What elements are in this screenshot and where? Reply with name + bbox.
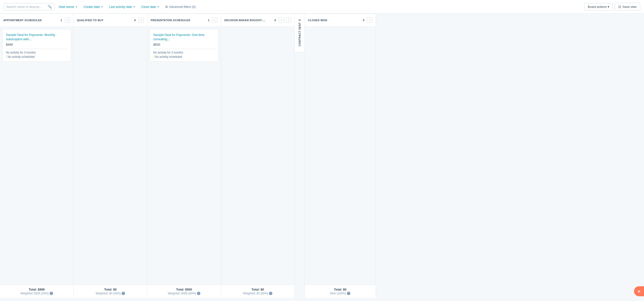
create-date-chevron: ▾: [101, 6, 102, 8]
close-date-label: Close date: [142, 5, 156, 9]
last-activity-date-filter[interactable]: Last activity date ▾: [107, 4, 137, 10]
column-expand-decision-maker-bought[interactable]: ›: [286, 18, 291, 23]
info-icon-2[interactable]: i: [122, 292, 125, 295]
footer-total-qualified-to-buy: Total: $0: [77, 288, 144, 291]
column-header-closed-won: CLOSED WON 0 ‹: [305, 14, 376, 27]
column-body-decision-maker-bought: [221, 27, 294, 284]
create-date-filter[interactable]: Create date ▾: [81, 4, 105, 10]
deal-amount: $999: [6, 43, 68, 46]
column-appointment-scheduled: APPOINTMENT SCHEDULED 1 ‹ Sample Deal fo…: [0, 14, 74, 298]
column-body-qualified-to-buy: [74, 27, 147, 284]
info-icon-4[interactable]: i: [269, 292, 272, 295]
footer-total-appointment-scheduled: Total: $999: [3, 288, 70, 291]
footer-weighted-closed-won: Won (100%) i: [308, 292, 372, 295]
column-header-appointment-scheduled: APPOINTMENT SCHEDULED 1 ‹: [0, 14, 74, 27]
column-qualified-to-buy: QUALIFIED TO BUY 0 ‹ Total: $0 Weighted:…: [74, 14, 147, 298]
column-title-decision-maker-bought: DECISION MAKER BOUGHT-...: [224, 19, 272, 22]
deal-divider: [6, 49, 68, 49]
column-decision-maker-bought: DECISION MAKER BOUGHT-... 0 ‹ › Total: $…: [221, 14, 295, 298]
column-footer-qualified-to-buy: Total: $0 Weighted: $0 (40%) i: [74, 284, 147, 298]
kanban-board: APPOINTMENT SCHEDULED 1 ‹ Sample Deal fo…: [0, 14, 644, 298]
info-icon-3[interactable]: i: [197, 292, 200, 295]
column-presentation-scheduled: PRESENTATION SCHEDULED 1 ‹ Sample Deal f…: [147, 14, 221, 298]
footer-weighted-appointment-scheduled: Weighted: $200 (20%) i: [3, 292, 70, 295]
column-collapse-presentation-scheduled[interactable]: ‹: [212, 18, 218, 23]
column-body-appointment-scheduled: Sample Deal for Payments: Monthly subscr…: [0, 27, 74, 284]
column-closed-won: CLOSED WON 0 ‹ Total: $0 Won (100%) i: [305, 14, 376, 298]
deal-divider-2: [153, 49, 215, 49]
column-title-presentation-scheduled: PRESENTATION SCHEDULED: [151, 19, 206, 22]
column-title-closed-won: CLOSED WON: [308, 19, 361, 22]
deal-no-activity-scheduled: ! No activity scheduled: [6, 55, 68, 59]
weighted-text: Weighted: $200 (20%): [20, 292, 49, 295]
column-header-presentation-scheduled: PRESENTATION SCHEDULED 1 ‹: [147, 14, 221, 27]
column-count-closed-won: 0: [363, 19, 364, 22]
deal-no-activity-scheduled-2: ! No activity scheduled: [153, 55, 215, 59]
footer-total-closed-won: Total: $0: [308, 288, 372, 291]
deal-owner-filter[interactable]: Deal owner ▾: [56, 4, 79, 10]
deal-owner-label: Deal owner: [59, 5, 74, 9]
footer-weighted-qualified-to-buy: Weighted: $0 (40%) i: [77, 292, 144, 295]
column-header-qualified-to-buy: QUALIFIED TO BUY 0 ‹: [74, 14, 147, 27]
advanced-filters-label: Advanced filters (0): [169, 5, 196, 9]
deal-owner-chevron: ▾: [76, 6, 77, 8]
filter-bar: 🔍 Deal owner ▾ Create date ▾ Last activi…: [0, 0, 644, 14]
search-icon: 🔍: [48, 5, 52, 9]
column-footer-appointment-scheduled: Total: $999 Weighted: $200 (20%) i: [0, 284, 74, 298]
save-view-icon: ⊡: [618, 5, 621, 9]
save-view-button[interactable]: ⊡ Save view: [615, 3, 640, 11]
column-header-decision-maker-bought: DECISION MAKER BOUGHT-... 0 ‹ ›: [221, 14, 294, 27]
no-activity-label-2: No activity scheduled: [155, 55, 182, 59]
deal-name: Sample Deal for Payments: Monthly subscr…: [6, 33, 68, 41]
column-count-presentation-scheduled: 1: [208, 19, 209, 22]
column-title-qualified-to-buy: QUALIFIED TO BUY: [77, 19, 132, 22]
footer-total-presentation-scheduled: Total: $500: [151, 288, 218, 291]
deal-card-2[interactable]: Sample Deal for Payments: One-time consu…: [150, 29, 218, 62]
search-input[interactable]: [6, 5, 47, 9]
close-date-filter[interactable]: Close date ▾: [139, 4, 161, 10]
board-actions-label: Board actions: [588, 5, 607, 9]
column-footer-presentation-scheduled: Total: $500 Weighted: $300 (60%) i: [147, 284, 221, 298]
warning-icon: !: [6, 55, 7, 59]
column-count-qualified-to-buy: 0: [134, 19, 136, 22]
column-body-presentation-scheduled: Sample Deal for Payments: One-time consu…: [147, 27, 221, 284]
info-icon-5[interactable]: i: [347, 292, 350, 295]
last-activity-date-label: Last activity date: [109, 5, 132, 9]
footer-weighted-decision-maker-bought: Weighted: $0 (80%) i: [224, 292, 291, 295]
no-activity-label: No activity scheduled: [8, 55, 34, 59]
close-date-chevron: ▾: [158, 6, 159, 8]
deal-name-2: Sample Deal for Payments: One-time consu…: [153, 33, 215, 41]
column-collapse-closed-won[interactable]: ‹: [367, 18, 372, 23]
rotated-label-wrap: CONTRACT SENT 0: [298, 17, 301, 49]
column-count-appointment-scheduled: 1: [60, 19, 62, 22]
footer-total-decision-maker-bought: Total: $0: [224, 288, 291, 291]
info-icon[interactable]: i: [50, 292, 53, 295]
create-date-label: Create date: [84, 5, 100, 9]
footer-weighted-presentation-scheduled: Weighted: $300 (60%) i: [151, 292, 218, 295]
rotated-column-title: CONTRACT SENT: [298, 22, 301, 46]
column-collapse-appointment-scheduled[interactable]: ‹: [65, 18, 70, 23]
column-header-contract-sent: CONTRACT SENT 0: [295, 14, 304, 52]
column-body-closed-won: [305, 27, 376, 284]
help-label: H: [638, 289, 640, 293]
search-box[interactable]: 🔍: [4, 3, 54, 10]
column-collapse-decision-maker-bought[interactable]: ‹: [279, 18, 284, 23]
deal-card[interactable]: Sample Deal for Payments: Monthly subscr…: [2, 29, 71, 62]
last-activity-date-chevron: ▾: [134, 6, 135, 8]
column-title-appointment-scheduled: APPOINTMENT SCHEDULED: [3, 19, 59, 22]
column-contract-sent: CONTRACT SENT 0: [295, 14, 305, 298]
board-actions-chevron: ▾: [608, 5, 609, 9]
hubspot-help-button[interactable]: H: [634, 286, 644, 296]
column-collapse-qualified-to-buy[interactable]: ‹: [138, 18, 144, 23]
deal-activity: No activity for 3 months: [6, 51, 68, 54]
board-actions-button[interactable]: Board actions ▾: [584, 3, 613, 11]
weighted-text-2: Weighted: $0 (40%): [96, 292, 121, 295]
rotated-column-count: 0: [298, 20, 301, 21]
weighted-text-4: Weighted: $0 (80%): [243, 292, 268, 295]
column-footer-decision-maker-bought: Total: $0 Weighted: $0 (80%) i: [221, 284, 294, 298]
save-view-label: Save view: [622, 5, 637, 9]
advanced-filters-button[interactable]: ⧉ Advanced filters (0): [163, 3, 198, 10]
deal-amount-2: $500: [153, 43, 215, 46]
weighted-text-5: Won (100%): [330, 292, 346, 295]
filters-icon: ⧉: [166, 5, 168, 9]
